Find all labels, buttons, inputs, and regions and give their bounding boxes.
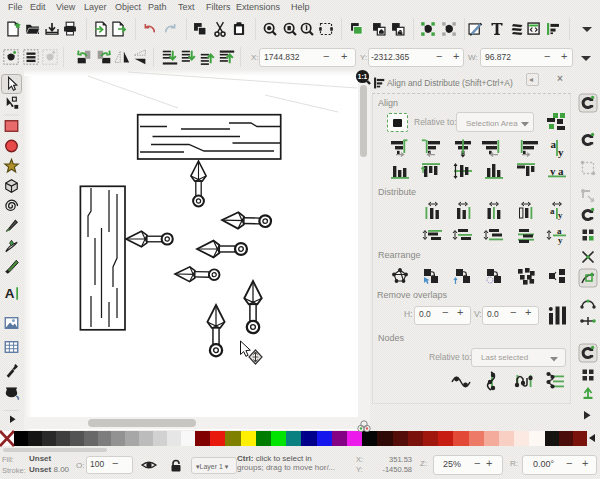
svg-text:y: y (558, 235, 563, 245)
svg-text:a: a (551, 138, 557, 150)
svg-text:y: y (558, 146, 564, 158)
svg-text:y: y (558, 210, 563, 220)
svg-text:a: a (550, 206, 555, 216)
svg-text:y: y (550, 165, 556, 177)
svg-text:a: a (558, 165, 564, 177)
svg-text:A: A (5, 286, 15, 301)
svg-text:1:1: 1:1 (358, 73, 368, 80)
